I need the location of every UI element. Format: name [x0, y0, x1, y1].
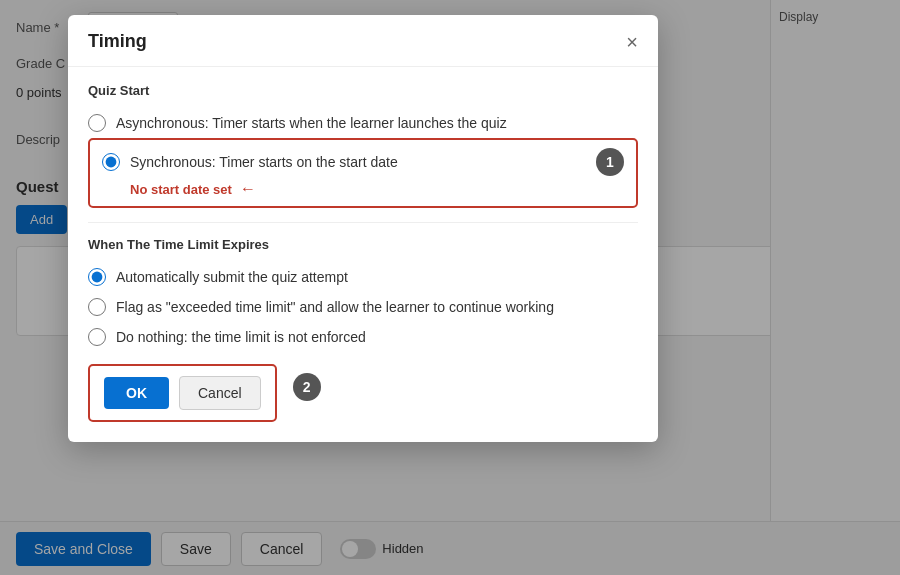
- close-icon: ×: [626, 31, 638, 53]
- modal-close-button[interactable]: ×: [626, 32, 638, 52]
- async-label: Asynchronous: Timer starts when the lear…: [116, 115, 507, 131]
- nothing-radio[interactable]: [88, 328, 106, 346]
- quiz-start-label: Quiz Start: [88, 83, 638, 98]
- async-option: Asynchronous: Timer starts when the lear…: [88, 108, 638, 138]
- sync-label: Synchronous: Timer starts on the start d…: [130, 154, 398, 170]
- cancel-modal-label: Cancel: [198, 385, 242, 401]
- modal-body: Quiz Start Asynchronous: Timer starts wh…: [68, 67, 658, 442]
- no-start-date-row: No start date set ←: [130, 180, 624, 198]
- async-radio[interactable]: [88, 114, 106, 132]
- auto-submit-option: Automatically submit the quiz attempt: [88, 262, 638, 292]
- auto-submit-radio[interactable]: [88, 268, 106, 286]
- ok-label: OK: [126, 385, 147, 401]
- action-box: OK Cancel: [88, 364, 277, 422]
- sync-radio[interactable]: [102, 153, 120, 171]
- action-row: OK Cancel 2: [88, 352, 638, 422]
- step-2-circle: 2: [293, 373, 321, 401]
- arrow-left-icon: ←: [240, 180, 256, 198]
- timing-modal: Timing × Quiz Start Asynchronous: Timer …: [68, 15, 658, 442]
- step-1-circle: 1: [596, 148, 624, 176]
- expires-section-label: When The Time Limit Expires: [88, 237, 638, 252]
- section-divider: [88, 222, 638, 223]
- flag-option: Flag as "exceeded time limit" and allow …: [88, 292, 638, 322]
- step-2-label: 2: [303, 379, 311, 395]
- modal-title: Timing: [88, 31, 147, 52]
- sync-option: Synchronous: Timer starts on the start d…: [102, 153, 398, 171]
- modal-header: Timing ×: [68, 15, 658, 67]
- flag-label: Flag as "exceeded time limit" and allow …: [116, 299, 554, 315]
- auto-submit-label: Automatically submit the quiz attempt: [116, 269, 348, 285]
- nothing-option: Do nothing: the time limit is not enforc…: [88, 322, 638, 352]
- sync-highlighted-box: Synchronous: Timer starts on the start d…: [88, 138, 638, 208]
- nothing-label: Do nothing: the time limit is not enforc…: [116, 329, 366, 345]
- flag-radio[interactable]: [88, 298, 106, 316]
- no-start-date-text: No start date set: [130, 182, 232, 197]
- cancel-modal-button[interactable]: Cancel: [179, 376, 261, 410]
- ok-button[interactable]: OK: [104, 377, 169, 409]
- step-1-label: 1: [606, 154, 614, 170]
- sync-row: Synchronous: Timer starts on the start d…: [102, 148, 624, 176]
